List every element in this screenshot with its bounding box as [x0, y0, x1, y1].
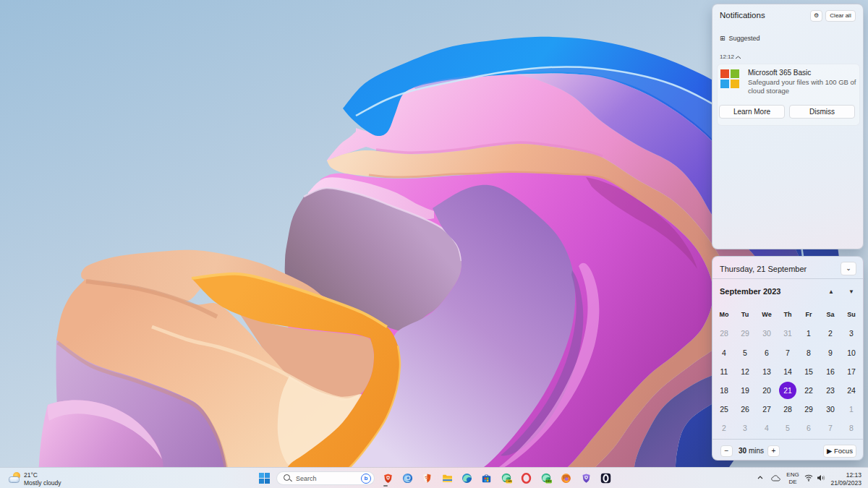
svg-text:DEV: DEV — [546, 480, 552, 483]
svg-text:CAN: CAN — [506, 480, 512, 483]
